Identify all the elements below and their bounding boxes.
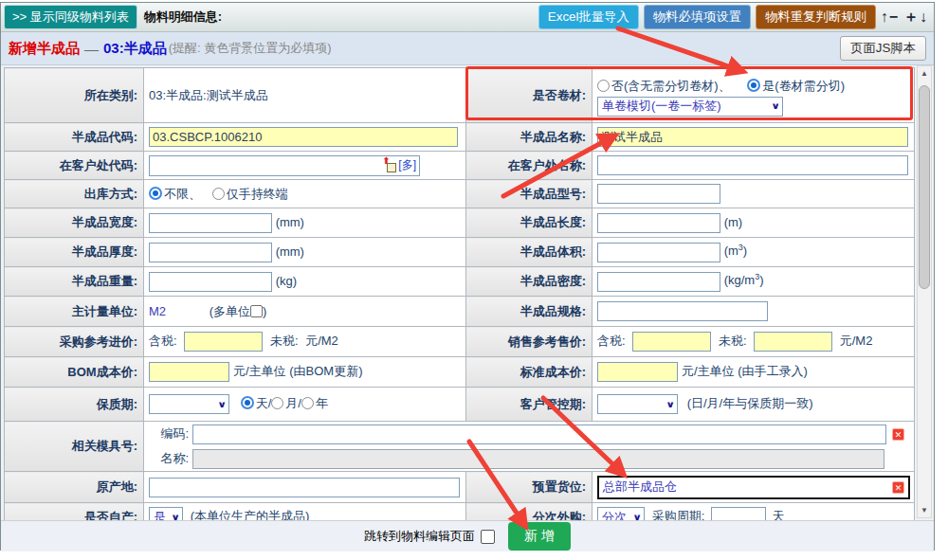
sale-notax-label: 未税: [719,334,747,348]
code-input[interactable] [149,127,458,147]
sale-notax-input[interactable] [754,332,832,352]
label-batch-purchase: 分次外购: [466,503,592,521]
density-input[interactable] [597,272,720,292]
scrollbar-thumb[interactable] [919,85,930,289]
self-produced-suffix: (本单位生产的半成品) [191,509,310,520]
label-self-produced: 是否自产: [5,503,144,521]
sale-tax-input[interactable] [632,332,711,352]
spec-input[interactable] [597,301,768,321]
label-customer-name: 在客户处名称: [466,152,592,180]
density-unit: (kg/m3) [724,273,764,287]
vertical-scrollbar[interactable]: ▲ ▼ [917,65,932,518]
close-icon[interactable]: ✕ [892,428,904,441]
required-field-settings-button[interactable]: 物料必填项设置 [644,5,751,29]
self-produced-select[interactable]: 是∨ [149,507,183,520]
mold-name-label: 名称: [149,450,189,467]
chevron-down-icon: ∨ [171,512,180,520]
multi-unit-label-close: ) [263,304,266,318]
multi-unit-label: (多单位 [210,304,250,318]
form-footer: 跳转到物料编辑页面 新 增 [1,520,934,551]
weight-unit: (kg) [276,273,297,287]
width-unit: (mm) [276,214,304,228]
label-control-period: 客户管控期: [466,388,592,422]
sale-unit: 元/M2 [840,334,873,348]
customer-code-input[interactable]: ⬆ [多] [149,155,420,176]
shelf-month-radio[interactable] [271,397,283,409]
label-length: 半成品长度: [466,208,592,238]
jump-to-edit-label: 跳转到物料编辑页面 [364,528,475,545]
multi-select-icon[interactable]: [多] [398,157,416,173]
bom-cost-suffix: 元/主单位 (由BOM更新) [233,364,363,378]
length-input[interactable] [597,213,720,233]
close-icon[interactable]: ✕ [892,481,904,494]
shelf-life-select[interactable]: ∨ [149,394,229,414]
required-hint: (提醒: 黄色背景位置为必填项) [169,40,332,57]
field-category-value: 03:半成品:测试半成品 [144,68,466,123]
roll-cut-mode-select[interactable]: 单卷模切(一卷一标签)∨ [597,97,783,117]
label-density: 半成品密度: [466,267,592,297]
customer-name-input[interactable] [597,155,908,175]
thickness-input[interactable] [149,243,272,262]
multi-unit-checkbox[interactable] [250,305,263,317]
main-unit-value[interactable]: M2 [149,304,166,318]
label-spec: 半成品规格: [466,297,592,327]
show-sibling-list-button[interactable]: >> 显示同级物料列表 [4,5,137,29]
scroll-down-icon[interactable]: ▼ [918,503,931,517]
purchase-tax-label: 含税: [149,334,177,348]
outbound-unlimited-radio[interactable] [149,187,162,200]
chevron-down-icon: ∨ [632,512,642,520]
label-main-unit: 主计量单位: [5,297,144,327]
detail-info-label: 物料明细信息: [144,9,222,26]
chevron-down-icon: ∨ [217,399,227,409]
weight-input[interactable] [149,272,272,292]
roll-no-label: 否(含无需分切卷材)、 [611,79,731,93]
mold-code-label: 编码: [149,425,189,443]
shelf-year-label: 年 [316,396,328,410]
chevron-down-icon: ∨ [665,399,675,409]
jump-to-edit-checkbox[interactable] [481,530,495,544]
width-input[interactable] [149,213,272,233]
scroll-up-icon[interactable]: ▲ [918,66,931,81]
excel-import-button[interactable]: Excel批量导入 [538,5,639,29]
model-input[interactable] [597,184,720,204]
add-button[interactable]: 新 增 [508,522,571,551]
top-toolbar: >> 显示同级物料列表 物料明细信息: Excel批量导入 物料必填项设置 物料… [1,3,934,32]
label-mold: 相关模具号: [5,422,144,472]
purchase-cycle-input[interactable] [711,507,766,520]
shelf-year-radio[interactable] [301,397,314,409]
material-form-table: 所在类别: 03:半成品:测试半成品 是否卷材: 否(含无需分切卷材)、 是(卷… [4,67,915,520]
preset-location-input[interactable]: 总部半成品仓 ✕ [597,476,910,499]
batch-purchase-select[interactable]: 分次∨ [597,507,645,520]
import-icon[interactable]: ⬆ [383,159,396,172]
volume-input[interactable] [597,243,720,262]
page-js-script-button[interactable]: 页面JS脚本 [840,36,926,61]
thickness-unit: (mm) [276,244,304,258]
label-customer-code: 在客户处代码: [5,152,144,180]
roll-no-radio[interactable] [597,80,610,92]
purchase-unit: 元/M2 [305,334,338,348]
label-sale-price: 销售参考售价: [466,327,592,357]
mold-name-input[interactable] [192,449,884,469]
shelf-day-label: 天/ [256,396,272,410]
sale-tax-label: 含税: [597,334,626,348]
control-period-select[interactable]: ∨ [597,394,678,414]
collapse-up-icon[interactable]: ↑− [881,9,899,26]
shelf-day-radio[interactable] [241,396,254,409]
roll-yes-label: 是(卷材需分切) [762,79,845,93]
mold-code-input[interactable] [192,425,886,444]
label-origin: 原产地: [5,472,144,503]
outbound-handheld-radio[interactable] [212,188,225,200]
std-cost-input[interactable] [597,362,678,382]
origin-input[interactable] [149,478,460,497]
outbound-unlimited-label: 不限、 [164,187,201,201]
label-preset-location: 预置货位: [466,472,592,503]
name-input[interactable] [597,127,908,147]
bom-cost-input[interactable] [149,362,229,382]
duplicate-rule-button[interactable]: 物料重复判断规则 [756,5,876,29]
purchase-tax-input[interactable] [184,332,263,352]
roll-yes-radio[interactable] [747,79,760,92]
label-purchase-price: 采购参考进价: [5,327,144,357]
label-width: 半成品宽度: [5,208,144,238]
expand-down-icon[interactable]: ＋↓ [903,8,928,27]
label-is-roll: 是否卷材: [466,68,592,123]
